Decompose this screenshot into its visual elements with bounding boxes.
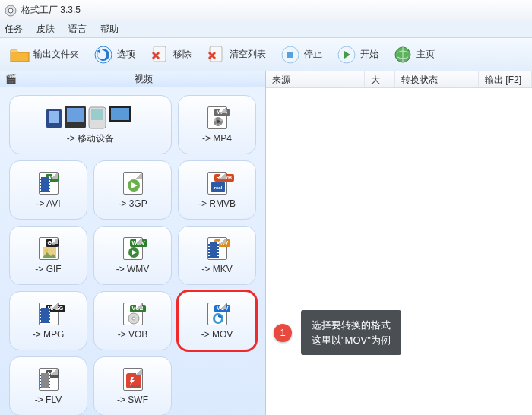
col-status[interactable]: 转换状态: [395, 71, 479, 87]
toolbar: 输出文件夹 选项 移除 清空列表 停止 开始 主页: [0, 38, 532, 71]
svg-point-18: [217, 120, 220, 123]
badge-mov: MOV: [214, 305, 231, 312]
callout-number: 1: [274, 324, 292, 342]
mp4-icon: MP4: [202, 106, 233, 130]
left-panel: 🎬 视频 -> 移动设备 MP4 -> MP4 AVI -> AVI: [0, 71, 266, 415]
output-folder-label: 输出文件夹: [33, 48, 79, 61]
tile-mobile-label: -> 移动设备: [67, 132, 114, 145]
clear-icon: [205, 44, 226, 65]
tile-vob-label: -> VOB: [118, 329, 148, 340]
svg-point-30: [132, 317, 135, 320]
svg-rect-10: [49, 111, 59, 123]
svg-point-21: [215, 124, 217, 125]
menu-help[interactable]: 帮助: [100, 23, 119, 36]
svg-rect-16: [111, 108, 129, 120]
app-icon: [5, 5, 17, 17]
col-output[interactable]: 输出 [F2]: [479, 71, 532, 87]
tile-swf-label: -> SWF: [117, 394, 148, 405]
tile-mpg[interactable]: MPEG -> MPG: [9, 291, 87, 350]
remove-button[interactable]: 移除: [144, 43, 196, 67]
svg-point-1: [8, 8, 13, 13]
badge-mp4: MP4: [214, 109, 230, 116]
clapper-icon: 🎬: [0, 74, 21, 84]
svg-rect-12: [67, 108, 84, 122]
stop-icon: [280, 44, 301, 65]
tile-mp4-label: -> MP4: [202, 133, 232, 144]
avi-icon: AVI: [33, 171, 64, 195]
svg-rect-14: [91, 109, 103, 120]
menu-lang[interactable]: 语言: [68, 23, 87, 36]
tile-mp4[interactable]: MP4 -> MP4: [178, 95, 256, 154]
tile-mov[interactable]: MOV -> MOV: [178, 291, 256, 350]
wmv-icon: WMV: [118, 236, 148, 261]
file-list: 1 选择要转换的格式 这里以"MOV"为例: [266, 88, 532, 415]
3gp-icon: [118, 171, 148, 195]
menu-skin[interactable]: 皮肤: [36, 23, 55, 36]
badge-wmv: WMV: [130, 239, 147, 247]
column-header: 来源 大小 转换状态 输出 [F2]: [266, 71, 532, 88]
tile-wmv[interactable]: WMV -> WMV: [93, 226, 172, 285]
tile-mpg-label: -> MPG: [33, 329, 65, 340]
badge-rmvb: RMVB: [214, 174, 235, 182]
tile-rmvb[interactable]: RMVBreal -> RMVB: [178, 160, 256, 220]
col-source[interactable]: 来源: [266, 71, 365, 87]
rmvb-icon: RMVBreal: [202, 171, 233, 195]
tile-flv[interactable]: FLV -> FLV: [9, 356, 87, 415]
home-button[interactable]: 主页: [388, 43, 439, 67]
refresh-icon: [93, 44, 114, 65]
gif-icon: GIF: [33, 236, 64, 261]
swf-icon: SWF: [118, 367, 148, 391]
tile-rmvb-label: -> RMVB: [198, 198, 236, 209]
svg-point-27: [45, 249, 48, 252]
options-label: 选项: [117, 48, 135, 61]
globe-icon: [392, 44, 413, 65]
menubar: 任务 皮肤 语言 帮助: [0, 21, 532, 38]
tile-3gp[interactable]: -> 3GP: [93, 160, 172, 220]
svg-text:real: real: [214, 185, 222, 190]
options-button[interactable]: 选项: [88, 43, 140, 67]
remove-icon: [149, 44, 170, 65]
left-header: 🎬 视频: [0, 71, 265, 87]
flv-icon: FLV: [33, 367, 64, 391]
badge-gif: GIF: [46, 239, 59, 247]
stop-label: 停止: [304, 48, 322, 61]
stop-button[interactable]: 停止: [275, 43, 327, 67]
tile-mov-label: -> MOV: [201, 329, 233, 340]
vob-icon: VOB: [118, 302, 148, 326]
col-size[interactable]: 大小: [365, 71, 395, 87]
start-label: 开始: [360, 48, 378, 61]
mpg-icon: MPEG: [33, 302, 64, 326]
tile-3gp-label: -> 3GP: [118, 198, 147, 209]
start-button[interactable]: 开始: [331, 43, 383, 67]
tile-flv-label: -> FLV: [35, 394, 62, 405]
callout-line1: 选择要转换的格式: [312, 318, 391, 333]
tile-mobile[interactable]: -> 移动设备: [9, 95, 172, 154]
tile-vob[interactable]: VOB -> VOB: [93, 291, 172, 350]
tile-mkv-label: -> MKV: [201, 264, 232, 274]
play-icon: [336, 44, 357, 65]
tile-gif[interactable]: GIF -> GIF: [9, 226, 87, 285]
left-header-label: 视频: [21, 73, 265, 86]
tile-gif-label: -> GIF: [35, 264, 61, 274]
window-title: 格式工厂 3.3.5: [21, 4, 81, 17]
menu-task[interactable]: 任务: [5, 23, 23, 36]
tile-mkv[interactable]: MKV -> MKV: [178, 226, 256, 285]
main: 🎬 视频 -> 移动设备 MP4 -> MP4 AVI -> AVI: [0, 71, 532, 415]
tile-avi[interactable]: AVI -> AVI: [9, 160, 87, 220]
clear-button[interactable]: 清空列表: [201, 43, 271, 67]
svg-rect-6: [287, 52, 293, 58]
svg-point-20: [220, 119, 221, 121]
clear-label: 清空列表: [230, 48, 266, 61]
output-folder-button[interactable]: 输出文件夹: [5, 43, 84, 67]
folder-icon: [9, 44, 30, 65]
mov-icon: MOV: [202, 302, 233, 326]
tile-swf[interactable]: SWF -> SWF: [93, 356, 172, 415]
annotation-callout: 1 选择要转换的格式 这里以"MOV"为例: [274, 310, 401, 355]
tile-wmv-label: -> WMV: [116, 264, 150, 274]
mkv-icon: MKV: [202, 236, 233, 261]
format-grid: -> 移动设备 MP4 -> MP4 AVI -> AVI -> 3GP: [0, 87, 265, 415]
titlebar: 格式工厂 3.3.5: [0, 0, 532, 21]
svg-point-22: [218, 124, 220, 125]
badge-vob: VOB: [130, 305, 146, 312]
home-label: 主页: [416, 48, 435, 61]
